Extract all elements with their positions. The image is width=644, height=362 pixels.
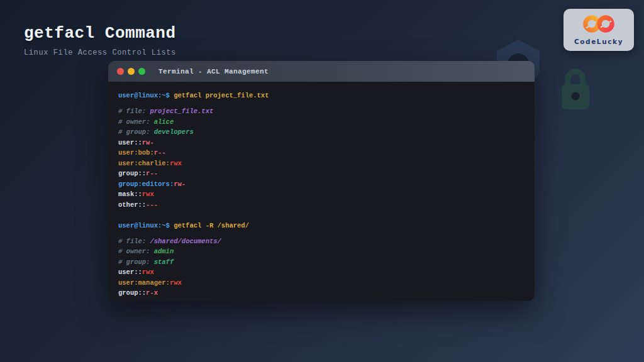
window-controls [117,68,145,75]
terminal-segment-plain: other:: [118,201,146,209]
terminal-segment-plain: user:: [118,139,142,146]
terminal-segment-perm_full: rwx [142,268,154,276]
terminal-segment-perm_partial: rw- [142,139,154,146]
terminal-segment-perm_partial: r-- [154,149,166,156]
terminal-line [118,210,525,221]
terminal-segment-prompt: user@linux:~$ [118,92,174,99]
terminal-line: # owner: admin [118,246,525,257]
terminal-segment-plain: user:: [118,268,142,276]
terminal-titlebar[interactable]: Terminal - ACL Management [108,61,535,82]
terminal-segment-comment: # owner: [118,118,154,126]
terminal-line: user@linux:~$ getfacl -R /shared/ [118,221,525,231]
terminal-line: group::r-- [118,168,525,179]
terminal-segment-comment: # group: [118,258,154,266]
terminal-segment-comment: # group: [118,128,154,136]
terminal-segment-comment: # owner: [118,248,154,255]
terminal-line: # owner: alice [118,117,525,128]
terminal-segment-groupname: group:editors: [118,180,174,188]
terminal-segment-path: /shared/documents/ [150,238,221,245]
terminal-segment-perm_partial: r-x [146,289,158,297]
terminal-window: Terminal - ACL Management user@linux:~$ … [108,61,535,301]
terminal-output[interactable]: user@linux:~$ getfacl project_file.txt# … [108,82,535,301]
terminal-line: user::rwx [118,267,525,278]
terminal-segment-perm_partial: rw- [174,180,186,188]
terminal-segment-comment: # file: [118,238,150,245]
terminal-line: user:manager:rwx [118,278,525,288]
terminal-line: # group: staff [118,257,525,268]
brand-name: CodeLucky [574,38,623,45]
lock-icon [557,65,594,114]
terminal-segment-plain: group:: [118,289,146,297]
close-button[interactable] [117,68,124,75]
terminal-segment-prompt: user@linux:~$ [118,222,174,229]
page-header: getfacl Command Linux File Access Contro… [24,24,176,57]
terminal-title: Terminal - ACL Management [158,68,269,75]
page-title: getfacl Command [24,24,176,43]
terminal-segment-group: developers [154,128,194,136]
minimize-button[interactable] [128,68,135,75]
terminal-segment-perm_full: rwx [170,160,182,167]
terminal-line: other::--- [118,200,525,211]
terminal-segment-user: user:charlie: [118,160,170,167]
terminal-segment-owner: alice [154,118,174,126]
terminal-segment-owner: admin [154,248,174,255]
maximize-button[interactable] [138,68,145,75]
terminal-segment-group: staff [154,258,174,266]
terminal-line: user::rw- [118,138,525,148]
terminal-segment-path: project_file.txt [150,107,213,115]
brand-card: CodeLucky [564,9,634,51]
terminal-segment-comment: # file: [118,107,150,115]
terminal-segment-command: getfacl -R /shared/ [174,222,249,229]
terminal-line: # file: /shared/documents/ [118,236,525,247]
terminal-segment-perm_partial: --- [146,201,158,209]
terminal-segment-command: getfacl project_file.txt [174,92,269,99]
terminal-line: # group: developers [118,127,525,138]
terminal-segment-user: user:bob: [118,149,154,156]
terminal-line: group:editors:rw- [118,179,525,190]
terminal-segment-perm_full: rwx [142,190,154,198]
infinity-icon [581,14,616,36]
terminal-line: group::r-x [118,288,525,299]
terminal-segment-perm_full: rwx [170,279,182,287]
terminal-line: mask::rwx [118,189,525,200]
terminal-line: user:bob:r-- [118,148,525,158]
page-subtitle: Linux File Access Control Lists [24,48,176,57]
terminal-line: # file: project_file.txt [118,106,525,117]
terminal-segment-plain: group:: [118,170,146,177]
terminal-segment-plain: mask:: [118,190,142,198]
terminal-segment-perm_partial: r-- [146,170,158,177]
terminal-segment-user: user:manager: [118,279,170,287]
terminal-line: user:charlie:rwx [118,158,525,169]
terminal-line: user@linux:~$ getfacl project_file.txt [118,90,525,101]
